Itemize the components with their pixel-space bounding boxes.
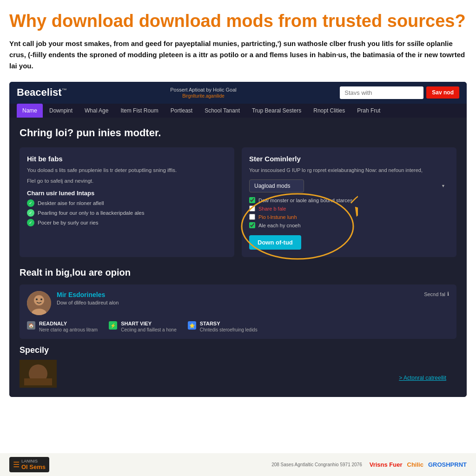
dropdown-row: Uagload mods (249, 179, 449, 192)
browser-mockup: Beacelist™ Possert Aptioat by Holic Goal… (9, 82, 467, 397)
left-card-text2: Flel go to safelj and nevingt. (27, 177, 227, 185)
checkbox-row-2: Share b fale (249, 205, 449, 212)
stat-icon-3: ⭐ (188, 321, 196, 330)
info-icon: ℹ (447, 291, 449, 297)
mods-dropdown[interactable]: Uagload mods (249, 179, 304, 192)
specily-thumbnail (20, 360, 57, 388)
stat-item-2: ⚡ SHART VIEY Ceciing and flaillest a hon… (109, 321, 177, 332)
intro-text: Ynt call job your most smakes, from and … (9, 38, 467, 72)
svg-point-4 (36, 298, 38, 300)
download-button[interactable]: Down of-tud (249, 235, 301, 250)
profile-stats: 🏠 READNALY Nere ctario ag antrous litram… (27, 321, 449, 332)
browser-logo: Beacelist™ (17, 86, 67, 99)
bottom-left: ☰ LANINIS Ol Sems (9, 457, 49, 472)
checkbox-2[interactable] (249, 205, 255, 212)
specily-row (20, 360, 456, 388)
right-card-text: Your inscouised G IUP lo rg ropret exiel… (249, 166, 449, 174)
right-card-title: Ster Cominlerly (249, 155, 449, 163)
see-more-link[interactable]: > Actonral catreellit (399, 375, 446, 381)
list-item: ✓ Deskter aise for nloner aflell (27, 199, 227, 207)
profile-actions[interactable]: Secnd fal ℹ (424, 291, 449, 297)
check-icon-2: ✓ (27, 209, 34, 217)
browser-center-info: Possert Aptioat by Holic Goal Birgnlturi… (170, 86, 236, 99)
browser-search-area: Sav nod (340, 86, 459, 99)
checkbox-row-3: Pio t-lrstune lunh (249, 214, 449, 220)
left-card-title: Hit be fabs (27, 155, 227, 163)
profile-top: Mir Esdorineles Dow of dlifeo tuadireut … (27, 291, 449, 315)
profile-desc: Dow of dlifeo tuadireut alon (57, 300, 449, 305)
brand-icon: ☰ (13, 460, 20, 469)
svg-rect-8 (24, 378, 52, 385)
two-col-section: Hit be fabs You doload s lits safe pnupl… (20, 147, 456, 258)
dropdown-wrapper[interactable]: Uagload mods (249, 179, 449, 192)
list-item: ✓ Pocer be by surly our ries (27, 219, 227, 226)
right-card: Ster Cominlerly Your inscouised G IUP lo… (242, 147, 456, 258)
partner-3: GROSHPRNT (428, 461, 467, 468)
browser-nav: Name Downpint Whal Age Item Fist Roum Po… (9, 104, 467, 118)
nav-item-trup[interactable]: Trup Bearal Sesters (246, 104, 307, 118)
partner-1: Vrisns Fuer (370, 461, 403, 468)
nav-item-name[interactable]: Name (17, 104, 43, 118)
search-button[interactable]: Sav nod (426, 86, 459, 99)
stat-icon-1: 🏠 (27, 321, 35, 330)
check-list: ✓ Deskter aise for nloner aflell ✓ Pearl… (27, 199, 227, 226)
nav-item-portleast[interactable]: Portleast (165, 104, 198, 118)
stat-item-1: 🏠 READNALY Nere ctario ag antrous litram (27, 321, 98, 332)
nav-item-prah[interactable]: Prah Frut (351, 104, 386, 118)
checkbox-row-4: Ale each hy cnoeh (249, 222, 449, 228)
profile-name: Mir Esdorineles (57, 291, 449, 298)
profile-info: Mir Esdorineles Dow of dlifeo tuadireut … (57, 291, 449, 305)
page-wrapper: Why download download mods from trusted … (0, 0, 476, 476)
stat-item-3: ⭐ STARSY Chntedis steroefruing ledids (188, 321, 258, 332)
left-card-text1: You doload s lits safe pnuplenie lis tr … (27, 166, 227, 174)
checkbox-3[interactable] (249, 214, 255, 220)
left-card: Hit be fabs You doload s lits safe pnupl… (20, 147, 234, 258)
results-section-title: Realt in big,lou are opion (20, 267, 456, 278)
check-icon-1: ✓ (27, 199, 34, 207)
partner-logos: Vrisns Fuer Chilic GROSHPRNT (370, 461, 467, 468)
search-input[interactable] (340, 86, 423, 99)
left-card-subtitle: Charn usir luned Intaps (27, 190, 227, 197)
avatar (27, 291, 51, 315)
nav-item-school[interactable]: School Tanant (199, 104, 245, 118)
nav-item-downpint[interactable]: Downpint (44, 104, 78, 118)
specily-title: Specily (20, 345, 456, 355)
svg-point-2 (34, 295, 44, 305)
partner-2: Chilic (407, 461, 423, 468)
checkbox-4[interactable] (249, 222, 255, 228)
nav-item-rnopt[interactable]: Rnopt Clities (308, 104, 350, 118)
svg-point-5 (40, 298, 42, 300)
main-title: Why download download mods from trusted … (9, 11, 467, 32)
checkbox-1[interactable] (249, 197, 255, 203)
browser-header: Beacelist™ Possert Aptioat by Holic Goal… (9, 82, 467, 104)
bottom-right: 208 Sases Agntlaltic Congranhio 5971 207… (271, 461, 467, 468)
checkbox-row-1: Dow monster or laole aling bound starces (249, 197, 449, 203)
specily-section: Specily > Actonral catreellit (20, 345, 456, 388)
bottom-address: 208 Sases Agntlaltic Congranhio 5971 207… (271, 462, 362, 467)
brand-logo-box: ☰ LANINIS Ol Sems (9, 457, 49, 472)
bottom-bar: ☰ LANINIS Ol Sems 208 Sases Agntlaltic C… (0, 453, 476, 476)
profile-card: Mir Esdorineles Dow of dlifeo tuadireut … (20, 284, 456, 339)
nav-item-whal[interactable]: Whal Age (79, 104, 114, 118)
section1-heading: Chring loi? pun inies modter. (20, 127, 456, 139)
browser-content: Chring loi? pun inies modter. Hit be fab… (9, 118, 467, 397)
nav-item-item[interactable]: Item Fist Roum (115, 104, 164, 118)
check-icon-3: ✓ (27, 219, 34, 226)
stat-icon-2: ⚡ (109, 321, 117, 330)
list-item: ✓ Pearling four our only to a lleackerip… (27, 209, 227, 217)
